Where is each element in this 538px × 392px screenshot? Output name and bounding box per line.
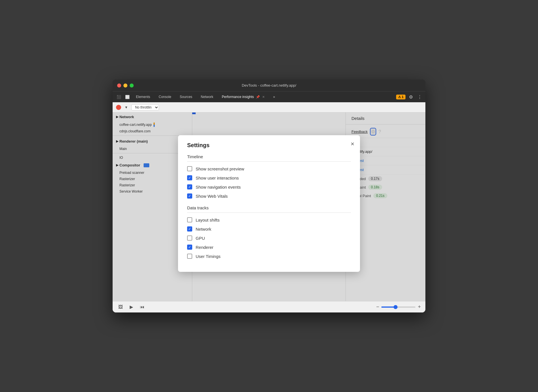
label-web-vitals: Show Web Vitals	[196, 194, 228, 199]
checkbox-screenshot[interactable]	[187, 166, 192, 171]
label-navigation: Show navigation events	[196, 185, 241, 189]
label-network: Network	[196, 227, 211, 232]
record-button[interactable]	[116, 105, 121, 110]
checkbox-user-interactions[interactable]: ✓	[187, 175, 192, 180]
settings-item-screenshot[interactable]: Show screenshot preview	[187, 166, 351, 171]
label-user-interactions: Show user interactions	[196, 176, 239, 180]
settings-item-web-vitals[interactable]: ✓ Show Web Vitals	[187, 193, 351, 199]
checkbox-web-vitals[interactable]: ✓	[187, 193, 192, 199]
label-user-timings: User Timings	[196, 254, 221, 259]
bottom-bar: 🖼 ▶ ⏮ − +	[113, 301, 425, 312]
warning-count: 1	[402, 95, 404, 99]
zoom-out-button[interactable]: −	[376, 304, 379, 310]
settings-gear-button[interactable]: ⚙	[408, 93, 414, 101]
minimize-button[interactable]	[123, 84, 127, 87]
dropdown-button[interactable]: ▼	[125, 105, 128, 109]
label-screenshot: Show screenshot preview	[196, 166, 244, 171]
label-gpu: GPU	[196, 236, 205, 241]
tab-sources[interactable]: Sources	[176, 93, 196, 101]
settings-item-network[interactable]: ✓ Network	[187, 226, 351, 232]
label-renderer: Renderer	[196, 245, 214, 250]
window-title: DevTools - coffee-cart.netlify.app/	[242, 83, 296, 87]
checkbox-gpu[interactable]	[187, 235, 192, 241]
checkbox-network[interactable]: ✓	[187, 226, 192, 232]
warning-badge[interactable]: ⚠ 1	[396, 95, 405, 99]
warning-icon: ⚠	[398, 95, 401, 99]
zoom-slider[interactable]	[381, 306, 415, 308]
tab-more[interactable]: »	[269, 93, 279, 101]
window-controls[interactable]	[117, 84, 134, 87]
tab-actions: ⚠ 1 ⚙ ⋮	[396, 93, 423, 101]
network-toolbar: ▼ No throttlin	[113, 102, 425, 112]
label-layout-shifts: Layout shifts	[196, 218, 220, 222]
throttle-select[interactable]: No throttlin	[131, 104, 159, 110]
data-tracks-divider	[187, 212, 351, 213]
settings-item-renderer[interactable]: ✓ Renderer	[187, 245, 351, 250]
checkbox-navigation[interactable]: ✓	[187, 184, 192, 189]
close-tab-icon[interactable]: ✕	[262, 95, 265, 99]
timeline-divider	[187, 161, 351, 162]
checkbox-renderer[interactable]: ✓	[187, 245, 192, 250]
settings-item-layout-shifts[interactable]: Layout shifts	[187, 217, 351, 222]
cursor-icon[interactable]: ⬛	[115, 94, 123, 100]
close-button[interactable]	[117, 84, 121, 87]
checkbox-user-timings[interactable]	[187, 254, 192, 259]
settings-item-gpu[interactable]: GPU	[187, 235, 351, 241]
timeline-section-title: Timeline	[187, 154, 351, 159]
settings-dialog: Settings × Timeline Show screenshot prev…	[178, 135, 360, 272]
tab-network[interactable]: Network	[197, 93, 217, 101]
device-icon[interactable]: ⬜	[123, 94, 131, 100]
zoom-in-button[interactable]: +	[418, 304, 421, 310]
settings-item-navigation[interactable]: ✓ Show navigation events	[187, 184, 351, 189]
data-tracks-section-title: Data tracks	[187, 205, 351, 210]
settings-title: Settings	[187, 142, 351, 149]
settings-overlay: Settings × Timeline Show screenshot prev…	[113, 112, 425, 301]
pin-icon: 📌	[256, 95, 260, 99]
maximize-button[interactable]	[130, 84, 134, 87]
zoom-controls: − +	[376, 304, 421, 310]
tab-console[interactable]: Console	[155, 93, 175, 101]
settings-item-user-interactions[interactable]: ✓ Show user interactions	[187, 175, 351, 180]
settings-close-button[interactable]: ×	[351, 141, 354, 147]
tabs-bar: ⬛ ⬜ Elements Console Sources Network Per…	[113, 91, 425, 102]
back-to-start-button[interactable]: ⏮	[139, 303, 146, 311]
screenshot-icon-button[interactable]: 🖼	[117, 303, 124, 311]
tab-performance-insights[interactable]: Performance insights 📌 ✕	[218, 93, 268, 101]
tab-elements[interactable]: Elements	[132, 93, 154, 101]
more-options-button[interactable]: ⋮	[416, 93, 423, 101]
play-button[interactable]: ▶	[129, 303, 134, 311]
checkbox-layout-shifts[interactable]	[187, 217, 192, 222]
settings-item-user-timings[interactable]: User Timings	[187, 254, 351, 259]
title-bar: DevTools - coffee-cart.netlify.app/	[113, 80, 425, 91]
